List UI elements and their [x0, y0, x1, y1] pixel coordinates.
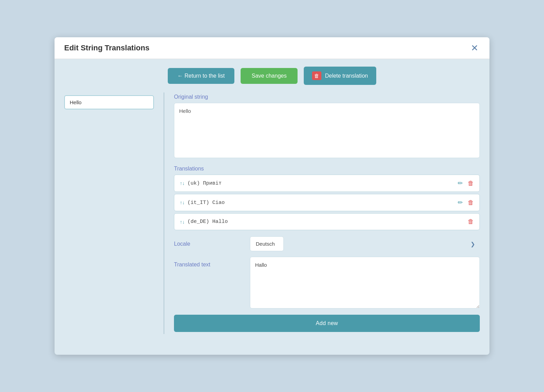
modal-header: Edit String Translations ✕ [55, 37, 489, 59]
translation-text-it: (it_IT) Ciao [187, 200, 225, 206]
delete-translation-de[interactable]: 🗑 [468, 218, 474, 225]
main-content: Original string Hello Translations ↑↓ (u… [55, 92, 489, 344]
close-icon: ✕ [471, 43, 478, 53]
delete-translation-it[interactable]: 🗑 [468, 199, 474, 206]
left-panel [64, 92, 154, 334]
save-changes-button[interactable]: Save changes [241, 68, 298, 84]
add-new-button[interactable]: Add new [174, 315, 480, 332]
modal-title: Edit String Translations [64, 43, 149, 52]
delete-translation-uk[interactable]: 🗑 [468, 180, 474, 187]
translations-label: Translations [174, 166, 480, 172]
delete-button-label: Delete translation [325, 73, 368, 79]
trash-icon-wrapper: 🗑 [312, 71, 321, 80]
translation-item-de: ↑↓ (de_DE) Hallo 🗑 [174, 213, 480, 230]
original-string-box: Hello [174, 103, 480, 158]
panel-divider [164, 92, 164, 334]
right-panel: Original string Hello Translations ↑↓ (u… [174, 92, 480, 334]
locale-label: Locale [174, 241, 250, 247]
translation-text-de: (de_DE) Hallo [187, 219, 228, 225]
sort-arrows-uk[interactable]: ↑↓ [180, 180, 185, 186]
translations-section: Translations ↑↓ (uk) Привіт ✏ 🗑 ↑↓ [174, 166, 480, 230]
translation-item-it: ↑↓ (it_IT) Ciao ✏ 🗑 [174, 194, 480, 211]
locale-row: Locale Deutsch Ukrainian Italian ❯ [174, 236, 480, 251]
edit-translation-uk[interactable]: ✏ [458, 179, 463, 187]
chevron-down-icon: ❯ [470, 241, 475, 247]
original-string-value: Hello [179, 108, 191, 114]
return-to-list-button[interactable]: ← Return to the list [168, 68, 234, 84]
translated-text-row: Translated text Hallo [174, 257, 480, 308]
search-input[interactable] [64, 95, 154, 109]
edit-translation-it[interactable]: ✏ [458, 199, 463, 206]
locale-select[interactable]: Deutsch Ukrainian Italian [250, 236, 284, 251]
toolbar: ← Return to the list Save changes 🗑 Dele… [55, 59, 489, 92]
delete-translation-button[interactable]: 🗑 Delete translation [304, 67, 376, 85]
close-button[interactable]: ✕ [469, 43, 480, 52]
translated-text-label: Translated text [174, 257, 250, 268]
locale-select-wrapper: Deutsch Ukrainian Italian ❯ [250, 236, 480, 251]
translation-text-uk: (uk) Привіт [187, 180, 222, 186]
translation-item-uk: ↑↓ (uk) Привіт ✏ 🗑 [174, 175, 480, 192]
edit-translations-modal: Edit String Translations ✕ ← Return to t… [55, 37, 489, 355]
translated-text-input[interactable]: Hallo [250, 257, 480, 308]
sort-arrows-it[interactable]: ↑↓ [180, 200, 185, 205]
sort-arrows-de[interactable]: ↑↓ [180, 219, 185, 225]
trash-icon: 🗑 [314, 73, 319, 79]
original-string-label: Original string [174, 94, 480, 100]
